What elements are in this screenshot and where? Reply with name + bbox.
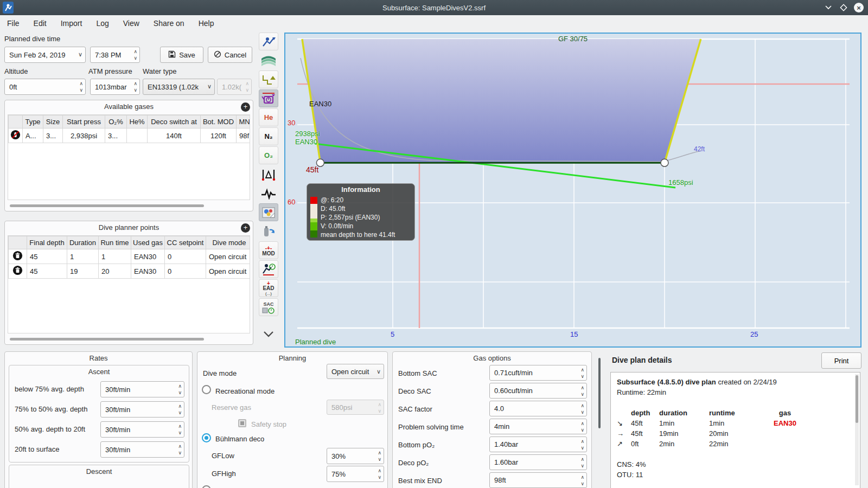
gases-col-he[interactable]: He% <box>127 115 148 129</box>
spinner-arrows-icon[interactable]: ∧∨ <box>133 48 137 61</box>
planner-point-row[interactable]: 45 19 20 EAN30 0 Open circuit <box>9 264 251 279</box>
gases-col-o2[interactable]: O₂% <box>105 115 127 129</box>
menu-file[interactable]: File <box>0 16 27 30</box>
dive-date-select[interactable]: Sun Feb 24, 2019 ∨ <box>4 47 86 63</box>
details-vertical-scrollbar[interactable] <box>598 355 602 488</box>
dive-time-spinner[interactable]: 7:38 PM ∧∨ <box>90 47 140 63</box>
sac-factor-spinner[interactable]: 4.0∧∨ <box>489 401 587 416</box>
gflow-spinner[interactable]: 30%∧∨ <box>327 448 384 464</box>
delete-point-icon[interactable] <box>12 254 23 262</box>
points-col-runtime[interactable]: Run time <box>99 236 131 249</box>
gases-col-startpress[interactable]: Start press <box>63 115 105 129</box>
best-mix-end-label: Best mix END <box>398 477 442 485</box>
gases-col-mnd[interactable]: MN <box>237 115 251 129</box>
buhlmann-deco-radio[interactable] <box>202 433 211 442</box>
gases-col-bot-mod[interactable]: Bot. MOD <box>201 115 237 129</box>
start-pressure-label: 2938psi <box>295 130 320 138</box>
problem-time-spinner[interactable]: 4min∧∨ <box>489 419 587 434</box>
problem-time-label: Problem solving time <box>398 423 464 431</box>
menu-edit[interactable]: Edit <box>27 16 54 30</box>
points-col-gas[interactable]: Used gas <box>131 236 165 249</box>
dive-profile-icon[interactable] <box>259 33 278 50</box>
deco-time-icon[interactable] <box>259 260 278 278</box>
water-type-select[interactable]: EN13319 (1.02k ∨ <box>143 79 215 95</box>
altitude-spinner[interactable]: 0ft ∧∨ <box>4 79 86 95</box>
oxygen-graph-icon[interactable]: O₂ <box>259 146 278 164</box>
print-button[interactable]: Print <box>821 352 861 369</box>
gases-col-deco-switch[interactable]: Deco switch at <box>148 115 201 129</box>
ascent-rate-spinner-1[interactable]: 30ft/min∧∨ <box>100 381 184 397</box>
points-col-duration[interactable]: Duration <box>67 236 99 249</box>
descend-arrow-icon: ↘ <box>617 418 631 428</box>
add-point-button[interactable]: + <box>241 223 250 233</box>
ceiling-icon[interactable] <box>259 70 278 88</box>
planning-panel: Planning Dive mode Open circuit∨ Recreat… <box>197 351 388 488</box>
ascent-group: Ascent below 75% avg. depth 30ft/min∧∨ 7… <box>9 365 189 463</box>
dive-plan-text[interactable]: Subsurface (4.8.5.0) dive plan created o… <box>610 372 860 488</box>
rate-label: 75% to 50% avg. depth <box>15 405 87 413</box>
menu-bar: File Edit Import Log View Share on Help <box>0 15 868 31</box>
bottom-sac-spinner[interactable]: 0.71cuft/min∧∨ <box>489 365 587 381</box>
menu-help[interactable]: Help <box>192 16 221 30</box>
points-col-divemode[interactable]: Dive mode <box>206 236 251 249</box>
cancel-button[interactable]: Cancel <box>208 47 252 63</box>
level-arrow-icon: → <box>617 428 631 439</box>
deco-sac-spinner[interactable]: 0.60cuft/min∧∨ <box>489 383 587 399</box>
dive-plan-details-panel: Dive plan details Print Subsurface (4.8.… <box>603 351 866 488</box>
depth-tick-30: 30 <box>288 119 295 127</box>
gas-change-icon[interactable] <box>259 222 278 240</box>
atm-pressure-spinner[interactable]: 1013mbar ∧∨ <box>90 79 140 95</box>
ascent-rate-spinner-2[interactable]: 30ft/min∧∨ <box>100 401 184 418</box>
menu-import[interactable]: Import <box>54 16 90 30</box>
planner-point-row[interactable]: 45 1 1 EAN30 0 Open circuit <box>9 249 251 264</box>
toolbar-scroll-down-icon[interactable] <box>259 325 278 343</box>
tooltip-title: Information <box>307 184 414 194</box>
menu-share-on[interactable]: Share on <box>146 16 192 30</box>
reserve-gas-spinner: 580psi∧∨ <box>327 400 384 415</box>
bottom-po2-spinner[interactable]: 1.40bar∧∨ <box>489 436 587 452</box>
nitrogen-graph-icon[interactable]: N₂ <box>259 127 278 145</box>
ascent-rate-spinner-3[interactable]: 30ft/min∧∨ <box>100 421 184 438</box>
close-icon[interactable]: × <box>854 3 864 12</box>
ascent-rate-spinner-4[interactable]: 30ft/min∧∨ <box>100 441 184 458</box>
gas-row[interactable]: A... 3... 2,938psi 3... 140ft 120ft 98f <box>9 129 251 143</box>
dive-profile-chart[interactable]: GF 30/75 30 60 EAN30 2938psi EAN30 45ft … <box>284 33 861 348</box>
gases-col-size[interactable]: Size <box>43 115 63 129</box>
ascent-title: Ascent <box>9 365 189 377</box>
heart-rate-icon[interactable] <box>259 184 278 202</box>
points-col-setpoint[interactable]: CC setpoint <box>165 236 206 249</box>
plan-text-scrollbar[interactable] <box>855 374 859 485</box>
points-col-depth[interactable]: Final depth <box>27 236 67 249</box>
sac-rate-icon[interactable]: SAC <box>259 298 278 316</box>
recreational-mode-radio[interactable] <box>202 385 211 394</box>
delta-pressure-icon[interactable] <box>259 165 278 183</box>
plan-col-gas: gas <box>763 408 807 418</box>
plan-table: depth duration runtime gas ↘ 45ft 1min 1… <box>617 408 849 449</box>
menu-log[interactable]: Log <box>89 16 116 30</box>
menu-view[interactable]: View <box>116 16 146 30</box>
rate-label: 50% avg. depth to 20ft <box>15 425 85 433</box>
photos-icon[interactable] <box>259 203 278 221</box>
deco-po2-spinner[interactable]: 1.60bar∧∨ <box>489 454 587 470</box>
mod-icon[interactable]: -+-MOD <box>259 241 278 259</box>
gases-col-type[interactable]: Type <box>23 115 43 129</box>
gfhigh-spinner[interactable]: 75%∧∨ <box>327 466 384 482</box>
gfhigh-label: GFHigh <box>212 470 236 478</box>
dive-mode-select[interactable]: Open circuit∨ <box>327 364 384 379</box>
helium-graph-icon[interactable]: He <box>259 108 278 126</box>
plan-col-duration: duration <box>659 408 709 418</box>
gases-horizontal-scrollbar[interactable] <box>10 204 204 207</box>
points-horizontal-scrollbar[interactable] <box>10 338 204 341</box>
planning-title: Planning <box>197 352 387 364</box>
vpmb-deco-radio[interactable] <box>202 485 211 488</box>
add-gas-button[interactable]: + <box>241 102 250 112</box>
best-mix-end-spinner[interactable]: 98ft∧∨ <box>489 472 587 488</box>
delete-point-icon[interactable] <box>12 269 23 277</box>
minimize-icon[interactable] <box>824 3 833 12</box>
tissues-icon[interactable] <box>259 89 278 107</box>
maximize-icon[interactable] <box>839 3 848 12</box>
disable-gas-icon[interactable] <box>10 133 21 142</box>
save-button[interactable]: Save <box>160 47 203 63</box>
end-mean-depth-label: 42ft <box>694 145 705 153</box>
ead-icon[interactable]: +EAD(...) <box>259 279 278 297</box>
